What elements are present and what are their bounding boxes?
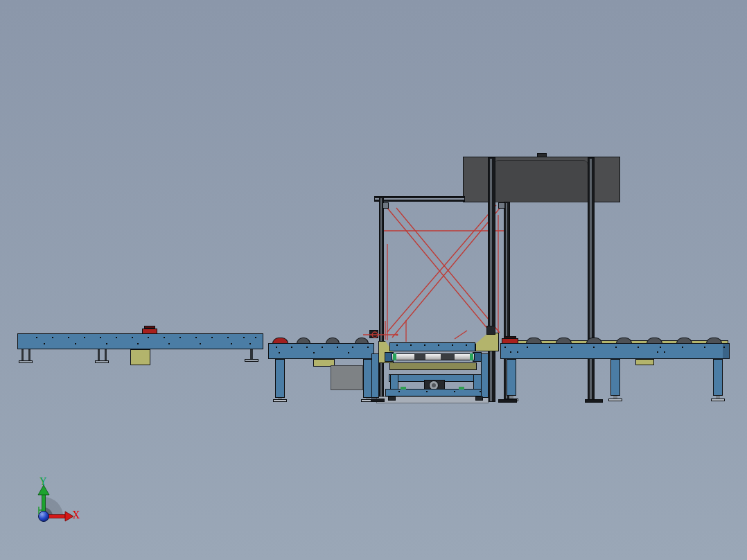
cad-viewport[interactable]: Y X bbox=[0, 0, 747, 560]
x-axis-label: X bbox=[73, 509, 80, 520]
y-axis-label: Y bbox=[39, 476, 46, 487]
origin-triad: Y X bbox=[12, 466, 103, 535]
origin-sphere bbox=[39, 511, 49, 522]
sketch-endpoint-dot bbox=[396, 333, 398, 335]
sketch-lines-front-layer bbox=[0, 0, 747, 560]
sketch-line bbox=[455, 331, 467, 339]
